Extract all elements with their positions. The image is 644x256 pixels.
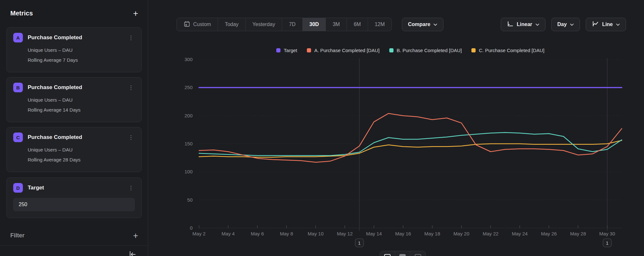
- metric-card-head: A Purchase Completed ⋮: [13, 33, 135, 42]
- kebab-menu-icon[interactable]: ⋮: [127, 34, 135, 41]
- filter-title: Filter: [10, 232, 24, 239]
- metric-badge-c: C: [13, 133, 23, 142]
- table-view-icon: [399, 254, 406, 256]
- table-view-button[interactable]: [395, 251, 410, 256]
- range-label: Yesterday: [252, 22, 275, 27]
- svg-text:1: 1: [606, 240, 609, 246]
- metric-badge-b: B: [13, 83, 23, 92]
- svg-text:May 28: May 28: [570, 231, 586, 236]
- calendar-icon: [184, 21, 190, 29]
- metric-transform: Rolling Average 28 Days: [28, 157, 135, 162]
- metric-title: Target: [28, 185, 127, 191]
- range-3m[interactable]: 3M: [326, 18, 347, 31]
- metric-card-c[interactable]: C Purchase Completed ⋮ Unique Users – DA…: [6, 127, 142, 172]
- range-label: Custom: [193, 22, 211, 27]
- metric-title: Purchase Completed: [28, 34, 127, 41]
- svg-text:May 4: May 4: [222, 231, 235, 236]
- svg-text:May 16: May 16: [395, 231, 411, 236]
- metric-measure: Unique Users – DAU: [28, 47, 135, 53]
- analytics-dashboard: Metrics + A Purchase Completed ⋮ Unique …: [0, 0, 644, 256]
- target-value-input[interactable]: [13, 198, 135, 211]
- scale-label: Linear: [517, 22, 532, 27]
- svg-text:May 26: May 26: [541, 231, 557, 236]
- chart-toolbar: Custom Today Yesterday 7D 30D 3M 6M 12M …: [148, 18, 644, 31]
- svg-text:May 8: May 8: [280, 231, 293, 236]
- kebab-menu-icon[interactable]: ⋮: [127, 84, 135, 91]
- metric-transform: Rolling Average 7 Days: [28, 57, 135, 63]
- range-label: 12M: [375, 22, 385, 27]
- svg-text:May 20: May 20: [453, 231, 469, 236]
- range-label: 3M: [333, 22, 340, 27]
- svg-text:May 6: May 6: [251, 231, 264, 236]
- range-12m[interactable]: 12M: [368, 18, 392, 31]
- range-today[interactable]: Today: [218, 18, 246, 31]
- axis-scale-icon: [507, 21, 514, 29]
- scale-select[interactable]: Linear: [501, 18, 545, 31]
- chart-display-controls: Linear Day Line: [501, 18, 626, 31]
- compare-button[interactable]: Compare: [402, 18, 443, 31]
- chart-type-select[interactable]: Line: [586, 18, 626, 31]
- filter-section: Filter +: [10, 232, 138, 239]
- range-6m[interactable]: 6M: [347, 18, 368, 31]
- metric-card-a[interactable]: A Purchase Completed ⋮ Unique Users – DA…: [6, 27, 142, 72]
- svg-text:May 14: May 14: [366, 231, 382, 236]
- svg-text:May 2: May 2: [193, 231, 206, 236]
- range-custom[interactable]: Custom: [177, 18, 218, 31]
- svg-text:150: 150: [185, 141, 193, 146]
- svg-text:May 30: May 30: [599, 231, 615, 236]
- svg-text:May 22: May 22: [483, 231, 498, 236]
- svg-text:May 18: May 18: [424, 231, 440, 236]
- metric-card-head: D Target ⋮: [13, 183, 135, 193]
- chevron-down-icon: [570, 22, 574, 27]
- metric-card-head: B Purchase Completed ⋮: [13, 83, 135, 92]
- interval-label: Day: [557, 22, 567, 27]
- metric-card-b[interactable]: B Purchase Completed ⋮ Unique Users – DA…: [6, 77, 142, 122]
- target-card[interactable]: D Target ⋮: [6, 178, 142, 218]
- range-yesterday[interactable]: Yesterday: [246, 18, 282, 31]
- range-label: Today: [225, 22, 239, 27]
- collapse-sidebar-icon[interactable]: [128, 250, 137, 256]
- chart-type-label: Line: [602, 22, 613, 27]
- range-label: 7D: [289, 22, 295, 27]
- chart-view-button[interactable]: [380, 251, 395, 256]
- grid-view-button[interactable]: [410, 251, 425, 256]
- svg-text:250: 250: [185, 85, 193, 90]
- svg-text:100: 100: [185, 169, 193, 174]
- grid-view-icon: [415, 254, 421, 256]
- svg-text:May 24: May 24: [512, 231, 527, 236]
- add-metric-button[interactable]: +: [133, 10, 138, 17]
- metric-title: Purchase Completed: [28, 84, 127, 91]
- svg-text:0: 0: [190, 225, 193, 231]
- kebab-menu-icon[interactable]: ⋮: [127, 185, 135, 191]
- metric-badge-d: D: [13, 183, 23, 193]
- svg-text:300: 300: [185, 57, 193, 62]
- metrics-line-chart[interactable]: 050100150200250300May 2May 4May 6May 8Ma…: [181, 42, 628, 256]
- range-7d[interactable]: 7D: [282, 18, 302, 31]
- metrics-title: Metrics: [10, 10, 33, 17]
- view-toggle: [380, 251, 426, 256]
- metric-measure: Unique Users – DAU: [28, 97, 135, 103]
- range-label: 6M: [354, 22, 361, 27]
- chevron-down-icon: [535, 22, 539, 27]
- compare-label: Compare: [408, 22, 430, 27]
- chart-panel: Custom Today Yesterday 7D 30D 3M 6M 12M …: [148, 0, 644, 256]
- interval-select[interactable]: Day: [551, 18, 580, 31]
- metrics-header: Metrics +: [10, 10, 138, 17]
- kebab-menu-icon[interactable]: ⋮: [127, 134, 135, 141]
- metric-title: Purchase Completed: [28, 134, 127, 141]
- sidebar-divider: [0, 245, 148, 246]
- metric-card-head: C Purchase Completed ⋮: [13, 133, 135, 142]
- metrics-sidebar: Metrics + A Purchase Completed ⋮ Unique …: [0, 0, 148, 256]
- range-label: 30D: [309, 22, 319, 27]
- chevron-down-icon: [616, 22, 620, 27]
- svg-text:200: 200: [185, 113, 193, 118]
- metric-measure: Unique Users – DAU: [28, 147, 135, 152]
- range-30d[interactable]: 30D: [303, 18, 326, 31]
- chevron-down-icon: [433, 22, 437, 27]
- add-filter-button[interactable]: +: [133, 233, 138, 239]
- svg-text:1: 1: [358, 240, 361, 246]
- svg-text:May 12: May 12: [337, 231, 353, 236]
- svg-text:50: 50: [187, 197, 193, 203]
- line-chart-icon: [592, 21, 599, 28]
- metric-badge-a: A: [13, 33, 23, 42]
